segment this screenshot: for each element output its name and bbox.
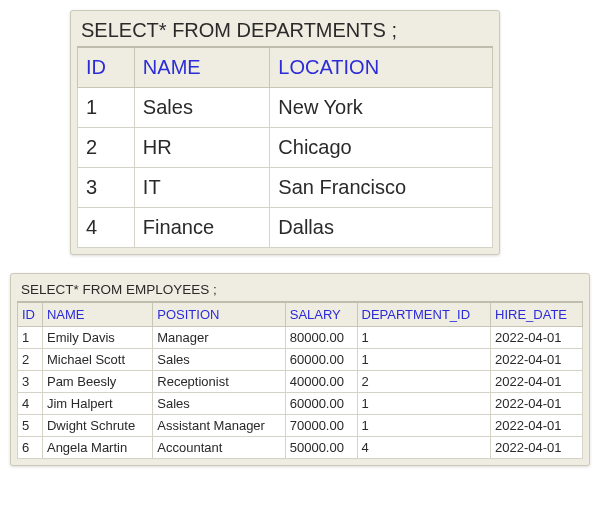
cell-department-id: 1 bbox=[357, 393, 491, 415]
cell-position: Receptionist bbox=[153, 371, 285, 393]
cell-hire-date: 2022-04-01 bbox=[491, 349, 583, 371]
table-header-row: ID NAME POSITION SALARY DEPARTMENT_ID HI… bbox=[18, 302, 583, 327]
cell-salary: 40000.00 bbox=[285, 371, 357, 393]
col-department-id: DEPARTMENT_ID bbox=[357, 302, 491, 327]
cell-salary: 60000.00 bbox=[285, 393, 357, 415]
cell-id: 2 bbox=[78, 128, 135, 168]
cell-id: 3 bbox=[18, 371, 43, 393]
cell-name: Emily Davis bbox=[42, 327, 152, 349]
cell-location: New York bbox=[270, 88, 493, 128]
cell-department-id: 4 bbox=[357, 437, 491, 459]
cell-id: 4 bbox=[18, 393, 43, 415]
cell-hire-date: 2022-04-01 bbox=[491, 437, 583, 459]
cell-position: Sales bbox=[153, 393, 285, 415]
cell-department-id: 2 bbox=[357, 371, 491, 393]
cell-department-id: 1 bbox=[357, 327, 491, 349]
table-row: 3 IT San Francisco bbox=[78, 168, 493, 208]
cell-position: Accountant bbox=[153, 437, 285, 459]
cell-department-id: 1 bbox=[357, 349, 491, 371]
col-position: POSITION bbox=[153, 302, 285, 327]
cell-id: 5 bbox=[18, 415, 43, 437]
table-row: 4 Jim Halpert Sales 60000.00 1 2022-04-0… bbox=[18, 393, 583, 415]
cell-name: IT bbox=[134, 168, 269, 208]
cell-id: 2 bbox=[18, 349, 43, 371]
cell-hire-date: 2022-04-01 bbox=[491, 393, 583, 415]
cell-name: Pam Beesly bbox=[42, 371, 152, 393]
cell-salary: 80000.00 bbox=[285, 327, 357, 349]
cell-id: 6 bbox=[18, 437, 43, 459]
table-row: 3 Pam Beesly Receptionist 40000.00 2 202… bbox=[18, 371, 583, 393]
departments-result-card: SELECT* FROM DEPARTMENTS ; ID NAME LOCAT… bbox=[70, 10, 500, 255]
cell-hire-date: 2022-04-01 bbox=[491, 415, 583, 437]
employees-query-text: SELECT* FROM EMPLOYEES ; bbox=[17, 280, 583, 301]
table-row: 2 Michael Scott Sales 60000.00 1 2022-04… bbox=[18, 349, 583, 371]
cell-hire-date: 2022-04-01 bbox=[491, 327, 583, 349]
departments-table: ID NAME LOCATION 1 Sales New York 2 HR C… bbox=[77, 46, 493, 248]
cell-position: Sales bbox=[153, 349, 285, 371]
table-header-row: ID NAME LOCATION bbox=[78, 47, 493, 88]
table-row: 6 Angela Martin Accountant 50000.00 4 20… bbox=[18, 437, 583, 459]
cell-name: Jim Halpert bbox=[42, 393, 152, 415]
cell-name: Finance bbox=[134, 208, 269, 248]
cell-location: San Francisco bbox=[270, 168, 493, 208]
cell-name: Dwight Schrute bbox=[42, 415, 152, 437]
col-salary: SALARY bbox=[285, 302, 357, 327]
table-row: 1 Sales New York bbox=[78, 88, 493, 128]
col-name: NAME bbox=[42, 302, 152, 327]
cell-name: Angela Martin bbox=[42, 437, 152, 459]
cell-id: 3 bbox=[78, 168, 135, 208]
cell-hire-date: 2022-04-01 bbox=[491, 371, 583, 393]
col-location: LOCATION bbox=[270, 47, 493, 88]
cell-salary: 60000.00 bbox=[285, 349, 357, 371]
table-row: 4 Finance Dallas bbox=[78, 208, 493, 248]
col-hire-date: HIRE_DATE bbox=[491, 302, 583, 327]
cell-salary: 70000.00 bbox=[285, 415, 357, 437]
col-id: ID bbox=[78, 47, 135, 88]
table-row: 5 Dwight Schrute Assistant Manager 70000… bbox=[18, 415, 583, 437]
cell-name: HR bbox=[134, 128, 269, 168]
col-id: ID bbox=[18, 302, 43, 327]
cell-salary: 50000.00 bbox=[285, 437, 357, 459]
employees-table: ID NAME POSITION SALARY DEPARTMENT_ID HI… bbox=[17, 301, 583, 459]
table-row: 2 HR Chicago bbox=[78, 128, 493, 168]
cell-id: 1 bbox=[78, 88, 135, 128]
departments-query-text: SELECT* FROM DEPARTMENTS ; bbox=[77, 17, 493, 46]
employees-result-card: SELECT* FROM EMPLOYEES ; ID NAME POSITIO… bbox=[10, 273, 590, 466]
table-row: 1 Emily Davis Manager 80000.00 1 2022-04… bbox=[18, 327, 583, 349]
cell-id: 4 bbox=[78, 208, 135, 248]
cell-id: 1 bbox=[18, 327, 43, 349]
col-name: NAME bbox=[134, 47, 269, 88]
cell-name: Michael Scott bbox=[42, 349, 152, 371]
cell-location: Dallas bbox=[270, 208, 493, 248]
cell-position: Manager bbox=[153, 327, 285, 349]
cell-department-id: 1 bbox=[357, 415, 491, 437]
cell-position: Assistant Manager bbox=[153, 415, 285, 437]
cell-location: Chicago bbox=[270, 128, 493, 168]
cell-name: Sales bbox=[134, 88, 269, 128]
